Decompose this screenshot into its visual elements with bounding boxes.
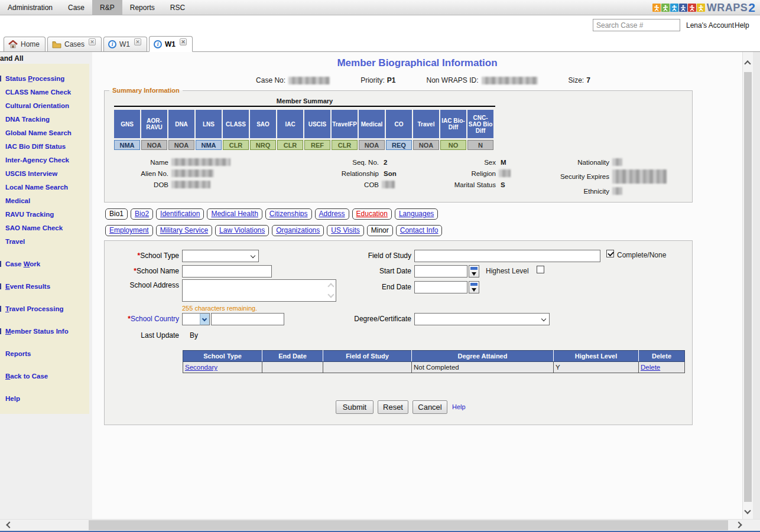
school-name-input[interactable]: [182, 265, 272, 278]
sidebar-item[interactable]: DNA Tracking: [5, 115, 87, 123]
sidebar-link[interactable]: Status Processing: [5, 75, 64, 82]
sidebar-link[interactable]: Local Name Search: [5, 184, 68, 191]
sidebar-item[interactable]: Member Status Info: [5, 327, 87, 335]
sidebar-item[interactable]: USCIS Interview: [5, 169, 87, 178]
sidebar-link[interactable]: Inter-Agency Check: [5, 156, 69, 164]
sidebar-link[interactable]: Help: [5, 395, 20, 402]
sidebar-link[interactable]: Case Work: [5, 260, 40, 267]
bio-section-tab[interactable]: Address: [315, 208, 349, 220]
help-link[interactable]: Help: [735, 21, 749, 30]
sidebar-item[interactable]: Travel: [5, 237, 87, 246]
horizontal-scrollbar[interactable]: [0, 519, 760, 531]
degree-certificate-select[interactable]: [414, 313, 550, 325]
bio-section-tab[interactable]: Education: [352, 208, 392, 220]
scroll-right-arrow-icon[interactable]: [735, 521, 742, 528]
sidebar-link[interactable]: CLASS Name Check: [5, 89, 71, 96]
sidebar-item[interactable]: Inter-Agency Check: [5, 156, 87, 164]
school-type-select[interactable]: [182, 250, 259, 262]
menu-item-reports[interactable]: Reports: [122, 0, 163, 15]
scroll-up-arrow-icon[interactable]: [744, 60, 751, 67]
submit-button[interactable]: Submit: [336, 400, 373, 414]
reset-button[interactable]: Reset: [378, 400, 408, 414]
bio-section-tab[interactable]: Identification: [156, 208, 204, 220]
sidebar-link[interactable]: Medical: [5, 197, 30, 204]
tab-w1-first[interactable]: i W1 ✕: [103, 37, 147, 51]
sidebar-item[interactable]: RAVU Tracking: [5, 210, 87, 218]
form-help-link[interactable]: Help: [452, 403, 466, 410]
close-tab-icon[interactable]: ✕: [134, 38, 141, 45]
sidebar-link[interactable]: Travel: [5, 238, 25, 245]
cancel-button[interactable]: Cancel: [413, 400, 447, 414]
menu-item-rp[interactable]: R&P: [92, 0, 122, 15]
sidebar-item[interactable]: Status Processing: [5, 74, 87, 83]
scroll-down-icon[interactable]: [327, 292, 334, 298]
sidebar-item[interactable]: Cultural Orientation: [5, 102, 87, 110]
sidebar-link[interactable]: Travel Processing: [5, 305, 63, 312]
start-date-input[interactable]: [414, 265, 467, 278]
sidebar-item[interactable]: Event Results: [5, 282, 87, 291]
scroll-left-arrow-icon[interactable]: [6, 521, 12, 528]
bio-section-tab[interactable]: Employment: [105, 225, 153, 236]
menu-item-case[interactable]: Case: [60, 0, 92, 15]
bio-section-tab[interactable]: Citizenships: [265, 208, 312, 220]
sidebar-link[interactable]: Member Status Info: [5, 328, 69, 335]
close-tab-icon[interactable]: ✕: [89, 38, 96, 45]
close-tab-icon[interactable]: ✕: [180, 38, 187, 45]
sidebar-item[interactable]: Reports: [5, 350, 87, 358]
sidebar-item[interactable]: Travel Processing: [5, 305, 87, 313]
sidebar-link[interactable]: Global Name Search: [5, 129, 72, 136]
account-link[interactable]: Lena's Account: [686, 21, 734, 30]
sidebar-link[interactable]: Event Results: [5, 283, 50, 290]
scroll-down-arrow-icon[interactable]: [744, 507, 751, 514]
highest-level-checkbox[interactable]: [537, 266, 544, 273]
tab-w1-active[interactable]: i W1 ✕: [149, 36, 193, 52]
sidebar-item[interactable]: Help: [5, 394, 87, 403]
bio-section-tab[interactable]: Bio1: [105, 208, 128, 220]
sidebar-item[interactable]: CLASS Name Check: [5, 88, 87, 96]
school-address-textarea[interactable]: [182, 279, 336, 302]
tab-home[interactable]: Home: [4, 37, 46, 51]
sidebar-link[interactable]: USCIS Interview: [5, 170, 57, 177]
vertical-scrollbar-thumb[interactable]: [744, 72, 752, 502]
school-country-dropdown-button[interactable]: [200, 313, 210, 325]
bio-section-tab[interactable]: US Visits: [327, 225, 363, 236]
bio-section-tab[interactable]: Organizations: [272, 225, 324, 236]
sidebar-link[interactable]: Back to Case: [5, 373, 48, 380]
horizontal-scrollbar-thumb[interactable]: [89, 520, 728, 530]
bio-section-tab[interactable]: Contact Info: [396, 225, 443, 236]
tab-cases[interactable]: Cases ✕: [47, 37, 102, 51]
expand-all-link[interactable]: Expand All: [0, 52, 92, 64]
field-of-study-input[interactable]: [414, 250, 600, 262]
bio-section-tab[interactable]: Minor: [367, 225, 393, 236]
start-date-calendar-button[interactable]: [469, 265, 479, 278]
end-date-calendar-button[interactable]: [469, 281, 479, 293]
sidebar-link[interactable]: RAVU Tracking: [5, 211, 54, 218]
vertical-scrollbar[interactable]: [742, 52, 753, 519]
sidebar-item[interactable]: Medical: [5, 197, 87, 205]
bio-section-tab[interactable]: Law Violations: [215, 225, 269, 236]
sidebar-link[interactable]: Cultural Orientation: [5, 102, 69, 109]
end-date-input[interactable]: [414, 281, 467, 293]
bio-section-tab[interactable]: Bio2: [131, 208, 153, 220]
sidebar-link[interactable]: SAO Name Check: [5, 224, 63, 231]
menu-item-administration[interactable]: Administration: [0, 0, 60, 15]
sidebar-item[interactable]: Local Name Search: [5, 183, 87, 191]
sidebar-item[interactable]: Global Name Search: [5, 129, 87, 137]
school-type-link[interactable]: Secondary: [185, 364, 217, 371]
school-country-input[interactable]: [211, 313, 284, 325]
bio-section-tab[interactable]: Military Service: [156, 225, 212, 236]
sidebar-item[interactable]: Back to Case: [5, 372, 87, 380]
sidebar-item[interactable]: Case Work: [5, 260, 87, 268]
bio-section-tab[interactable]: Medical Health: [207, 208, 262, 220]
search-case-input[interactable]: [593, 19, 680, 31]
sidebar-item[interactable]: IAC Bio Diff Status: [5, 142, 87, 151]
sidebar-link[interactable]: IAC Bio Diff Status: [5, 143, 66, 150]
sidebar-item[interactable]: SAO Name Check: [5, 224, 87, 232]
school-country-code-select[interactable]: [182, 313, 200, 325]
bio-section-tab[interactable]: Languages: [395, 208, 438, 220]
sidebar-link[interactable]: Reports: [5, 350, 31, 357]
delete-link[interactable]: Delete: [641, 364, 660, 371]
complete-none-checkbox[interactable]: [606, 250, 614, 257]
menu-item-rsc[interactable]: RSC: [163, 0, 193, 15]
sidebar-link[interactable]: DNA Tracking: [5, 116, 50, 123]
